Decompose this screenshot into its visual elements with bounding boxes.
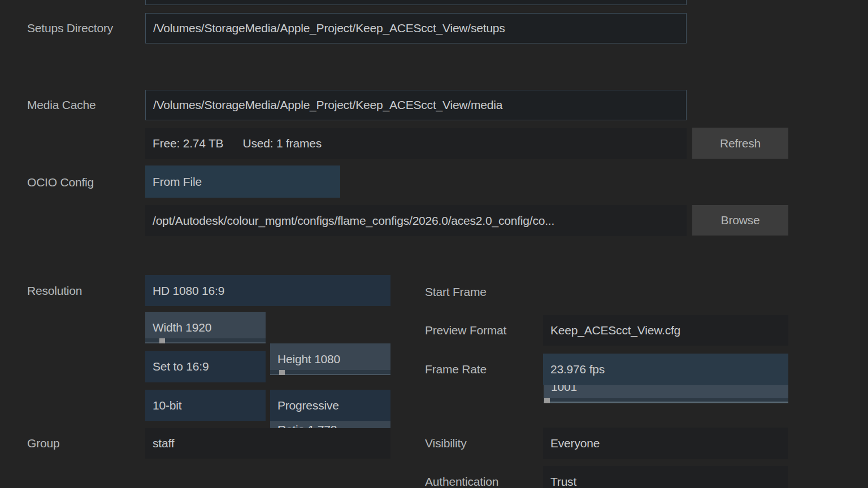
refresh-button[interactable]: Refresh — [692, 128, 788, 159]
media-cache-input[interactable]: /Volumes/StorageMedia/Apple_Project/Keep… — [145, 90, 687, 120]
authentication-label: Authentication — [425, 466, 498, 488]
start-frame-slider-track — [544, 402, 788, 403]
width-slider-handle[interactable] — [159, 338, 165, 343]
media-cache-label: Media Cache — [27, 90, 96, 120]
start-frame-slider-handle[interactable] — [544, 398, 550, 403]
set-to-16-9-button[interactable]: Set to 16:9 — [145, 351, 266, 382]
preview-format-label: Preview Format — [425, 315, 506, 346]
top-partial-field[interactable] — [145, 0, 687, 5]
preview-format-field[interactable]: Keep_ACEScct_View.cfg — [543, 315, 788, 346]
height-slider-track — [270, 374, 390, 375]
scan-mode-dropdown[interactable]: Progressive — [270, 390, 390, 421]
project-settings-panel: Setups Directory /Volumes/StorageMedia/A… — [0, 0, 868, 488]
resolution-label: Resolution — [27, 275, 82, 306]
start-frame-label: Start Frame — [425, 276, 487, 308]
frame-rate-label: Frame Rate — [425, 354, 487, 385]
browse-button[interactable]: Browse — [692, 205, 788, 236]
frame-rate-dropdown[interactable]: 23.976 fps — [543, 354, 788, 385]
used-frames-text: Used: 1 frames — [242, 137, 322, 150]
resolution-preset-dropdown[interactable]: HD 1080 16:9 — [145, 275, 390, 306]
height-slider[interactable] — [270, 370, 390, 375]
authentication-field[interactable]: Trust — [543, 466, 788, 488]
free-space-text: Free: 2.74 TB — [153, 137, 223, 150]
visibility-label: Visibility — [425, 428, 466, 459]
ocio-mode-dropdown[interactable]: From File — [145, 165, 340, 198]
visibility-field[interactable]: Everyone — [543, 428, 788, 459]
resolution-height-value: Height 1080 — [277, 352, 340, 366]
ocio-path-field[interactable]: /opt/Autodesk/colour_mgmt/configs/flame_… — [145, 205, 687, 236]
group-label: Group — [27, 428, 59, 459]
media-cache-usage-bar: Free: 2.74 TB Used: 1 frames — [145, 128, 687, 159]
ocio-config-label: OCIO Config — [27, 167, 94, 198]
bit-depth-dropdown[interactable]: 10-bit — [145, 390, 266, 421]
start-frame-slider[interactable] — [544, 398, 788, 403]
setups-directory-input[interactable]: /Volumes/StorageMedia/Apple_Project/Keep… — [145, 13, 687, 43]
group-field[interactable]: staff — [145, 428, 390, 459]
height-slider-handle[interactable] — [279, 370, 285, 375]
resolution-width-value: Width 1920 — [153, 321, 211, 334]
resolution-height-field[interactable]: Height 1080 — [270, 343, 390, 375]
setups-directory-label: Setups Directory — [27, 13, 113, 43]
width-slider[interactable] — [145, 338, 266, 343]
resolution-width-field[interactable]: Width 1920 — [145, 312, 266, 343]
